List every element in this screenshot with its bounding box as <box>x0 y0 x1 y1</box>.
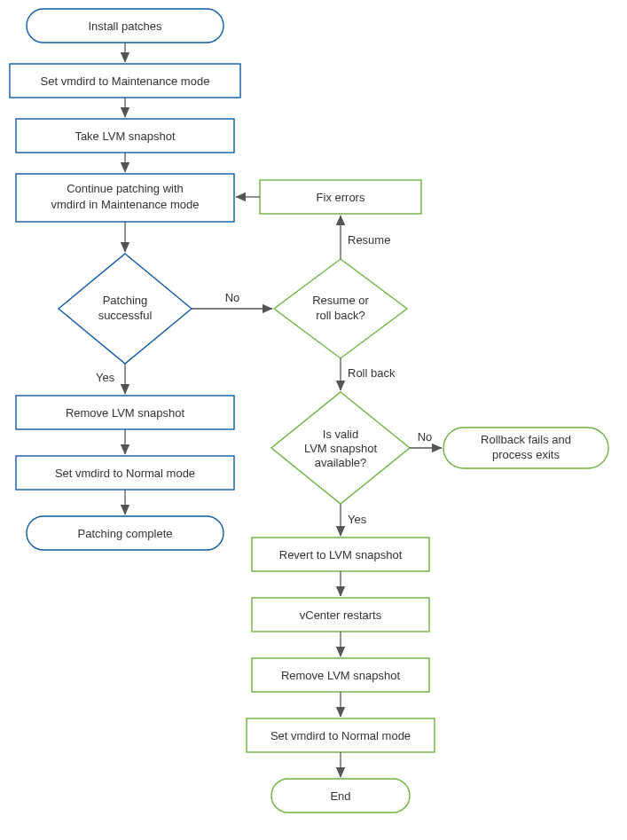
svg-text:available?: available? <box>315 456 367 469</box>
label-yes1: Yes <box>96 371 115 384</box>
node-normal2: Set vmdird to Normal mode <box>247 718 435 752</box>
label-resume: Resume <box>348 233 390 247</box>
label-no2: No <box>418 430 433 444</box>
svg-text:successful: successful <box>98 309 153 322</box>
flowchart-canvas: Install patches Set vmdird to Maintenanc… <box>0 0 627 840</box>
node-continue: Continue patching with vmdird in Mainten… <box>16 174 234 222</box>
svg-text:Resume or: Resume or <box>312 294 369 307</box>
svg-text:process exits: process exits <box>492 448 560 461</box>
svg-text:Take LVM snapshot: Take LVM snapshot <box>74 130 176 143</box>
svg-text:roll back?: roll back? <box>316 309 365 322</box>
node-install: Install patches <box>27 9 223 43</box>
svg-text:Revert to LVM snapshot: Revert to LVM snapshot <box>279 548 403 561</box>
svg-text:Set vmdird to Normal mode: Set vmdird to Normal mode <box>55 467 195 480</box>
node-fix: Fix errors <box>260 180 421 214</box>
svg-text:Patching: Patching <box>103 294 148 307</box>
label-yes2: Yes <box>348 513 367 526</box>
svg-text:Patching complete: Patching complete <box>78 527 173 540</box>
svg-text:Continue patching with: Continue patching with <box>67 182 184 195</box>
node-resume: Resume or roll back? <box>274 259 407 358</box>
svg-text:vCenter restarts: vCenter restarts <box>300 608 382 622</box>
node-revert: Revert to LVM snapshot <box>252 538 429 571</box>
svg-text:Is valid: Is valid <box>323 428 358 441</box>
node-maint: Set vmdird to Maintenance mode <box>10 64 240 98</box>
svg-text:Rollback fails and: Rollback fails and <box>481 433 571 446</box>
svg-text:Install patches: Install patches <box>88 20 162 33</box>
svg-text:Remove LVM snapshot: Remove LVM snapshot <box>281 669 401 682</box>
node-take: Take LVM snapshot <box>16 119 234 153</box>
svg-text:vmdird in Maintenance mode: vmdird in Maintenance mode <box>51 198 200 211</box>
label-no1: No <box>225 291 240 304</box>
node-remove1: Remove LVM snapshot <box>16 396 234 429</box>
svg-text:End: End <box>330 789 350 803</box>
svg-text:Fix errors: Fix errors <box>317 191 365 204</box>
node-restart: vCenter restarts <box>252 598 429 632</box>
node-end: End <box>271 779 410 813</box>
label-rollback: Roll back <box>348 366 396 380</box>
node-done: Patching complete <box>27 516 223 550</box>
svg-text:Set vmdird to Normal mode: Set vmdird to Normal mode <box>270 729 411 742</box>
svg-text:Set vmdird to Maintenance mode: Set vmdird to Maintenance mode <box>41 75 210 88</box>
node-fail: Rollback fails and process exits <box>443 428 608 468</box>
svg-text:Remove LVM snapshot: Remove LVM snapshot <box>66 406 185 420</box>
svg-text:LVM snapshot: LVM snapshot <box>304 442 378 455</box>
node-normal1: Set vmdird to Normal mode <box>16 456 234 490</box>
node-patching: Patching successful <box>59 254 192 364</box>
node-remove2: Remove LVM snapshot <box>252 658 429 692</box>
node-valid: Is valid LVM snapshot available? <box>271 392 410 504</box>
